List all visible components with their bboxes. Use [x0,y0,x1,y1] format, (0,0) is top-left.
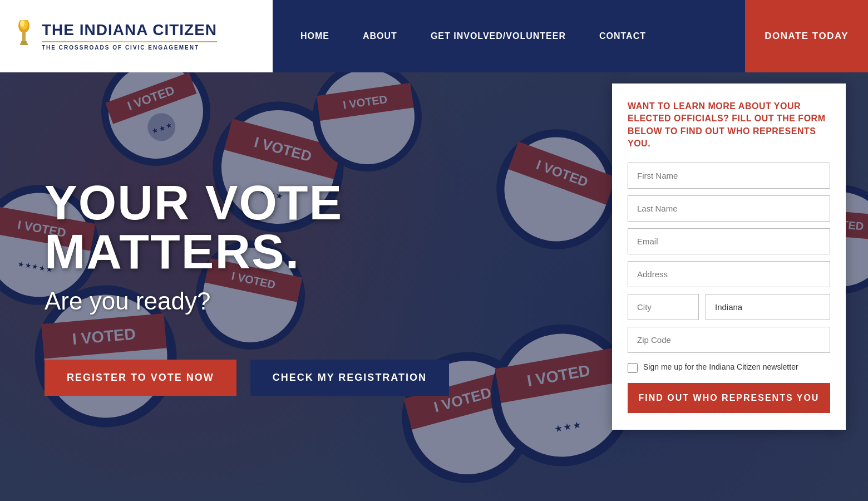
hero-sub-heading: Are you ready? [45,287,434,315]
hero-main-heading: YOUR VOTE MATTERS. [45,178,434,276]
address-input[interactable] [628,261,830,287]
first-name-input[interactable] [628,163,830,189]
nav-home[interactable]: HOME [289,26,341,47]
zip-input[interactable] [628,327,830,353]
header: THE INDIANA CITIZEN THE CROSSROADS OF CI… [0,0,868,72]
city-state-row [628,294,830,320]
newsletter-row: Sign me up for the Indiana Citizen newsl… [628,362,830,373]
nav-about[interactable]: ABOUT [352,26,408,47]
nav-get-involved[interactable]: GET INVOLVED/VOLUNTEER [420,26,577,47]
logo-underline [42,41,217,42]
find-representatives-button[interactable]: FIND OUT WHO REPRESENTS YOU [628,383,830,413]
register-button[interactable]: REGISTER TO VOTE NOW [45,360,236,396]
logo-area: THE INDIANA CITIZEN THE CROSSROADS OF CI… [0,0,273,72]
newsletter-label[interactable]: Sign me up for the Indiana Citizen newsl… [643,362,798,373]
logo-text-block: THE INDIANA CITIZEN THE CROSSROADS OF CI… [42,22,217,51]
state-input[interactable] [706,294,830,320]
main-nav: HOME ABOUT GET INVOLVED/VOLUNTEER CONTAC… [273,0,745,72]
nav-contact[interactable]: CONTACT [588,26,657,47]
officials-form: WANT TO LEARN MORE ABOUT YOUR ELECTED OF… [612,84,846,430]
torch-icon [14,20,34,53]
logo-subtitle: THE CROSSROADS OF CIVIC ENGAGEMENT [42,45,217,51]
svg-point-2 [20,20,24,27]
hero-section: I VOTED ★ ★ ★ I VOTED ★ ★ ★ ★ ★ I VOTED … [0,72,868,501]
donate-button[interactable]: DONATE TODAY [745,0,868,72]
hero-content: YOUR VOTE MATTERS. Are you ready? REGIST… [0,72,479,501]
city-input[interactable] [628,294,699,320]
last-name-input[interactable] [628,195,830,222]
hero-buttons: REGISTER TO VOTE NOW CHECK MY REGISTRATI… [45,360,434,396]
svg-rect-5 [20,43,28,45]
email-input[interactable] [628,228,830,254]
svg-rect-4 [21,41,27,43]
logo-title: THE INDIANA CITIZEN [42,22,217,39]
check-registration-button[interactable]: CHECK MY REGISTRATION [250,360,449,396]
form-heading: WANT TO LEARN MORE ABOUT YOUR ELECTED OF… [628,100,830,150]
newsletter-checkbox[interactable] [628,363,638,373]
